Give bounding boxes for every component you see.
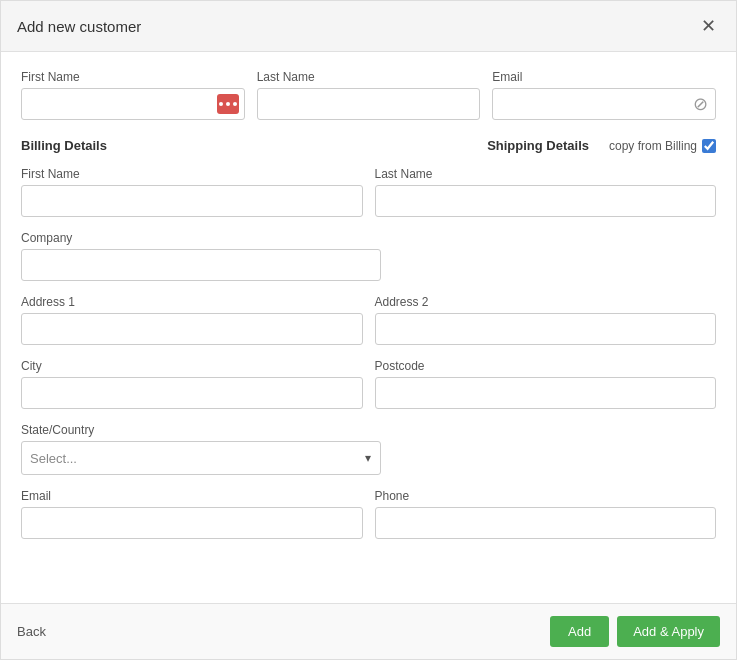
top-last-name-input[interactable]: [257, 88, 481, 120]
billing-postcode-input[interactable]: [375, 377, 717, 409]
top-first-name-input[interactable]: [21, 88, 245, 120]
billing-last-name-group: Last Name: [375, 167, 717, 217]
billing-first-name-group: First Name: [21, 167, 363, 217]
billing-phone-input[interactable]: [375, 507, 717, 539]
billing-city-label: City: [21, 359, 363, 373]
copy-billing-checkbox[interactable]: [702, 139, 716, 153]
billing-postcode-group: Postcode: [375, 359, 717, 409]
billing-address1-input[interactable]: [21, 313, 363, 345]
copy-from-billing-group: copy from Billing: [609, 139, 716, 153]
billing-section-label: Billing Details: [21, 138, 487, 153]
modal-header: Add new customer ✕: [1, 1, 736, 52]
top-email-input[interactable]: [492, 88, 716, 120]
billing-address-row: Address 1 Address 2: [21, 295, 716, 345]
billing-company-label: Company: [21, 231, 716, 245]
billing-email-phone-row: Email Phone: [21, 489, 716, 539]
billing-city-input[interactable]: [21, 377, 363, 409]
billing-address1-label: Address 1: [21, 295, 363, 309]
top-last-name-label: Last Name: [257, 70, 481, 84]
billing-state-country-label: State/Country: [21, 423, 716, 437]
billing-city-postcode-row: City Postcode: [21, 359, 716, 409]
top-first-name-group: First Name: [21, 70, 245, 120]
billing-last-name-input[interactable]: [375, 185, 717, 217]
close-button[interactable]: ✕: [697, 15, 720, 37]
billing-state-country-select-wrapper: Select... ▾: [21, 441, 381, 475]
billing-phone-group: Phone: [375, 489, 717, 539]
billing-city-group: City: [21, 359, 363, 409]
top-fields-row: First Name Last Name Email ⊘: [21, 70, 716, 120]
billing-name-row: First Name Last Name: [21, 167, 716, 217]
shipping-section-label: Shipping Details: [487, 138, 589, 153]
modal-title: Add new customer: [17, 18, 141, 35]
top-first-name-label: First Name: [21, 70, 245, 84]
billing-address2-input[interactable]: [375, 313, 717, 345]
billing-postcode-label: Postcode: [375, 359, 717, 373]
add-button[interactable]: Add: [550, 616, 609, 647]
copy-billing-label: copy from Billing: [609, 139, 697, 153]
billing-first-name-input[interactable]: [21, 185, 363, 217]
modal-body: First Name Last Name Email ⊘: [1, 52, 736, 603]
billing-address1-group: Address 1: [21, 295, 363, 345]
footer-action-buttons: Add Add & Apply: [550, 616, 720, 647]
top-email-label: Email: [492, 70, 716, 84]
billing-email-label: Email: [21, 489, 363, 503]
billing-last-name-label: Last Name: [375, 167, 717, 181]
billing-address2-label: Address 2: [375, 295, 717, 309]
billing-address2-group: Address 2: [375, 295, 717, 345]
top-first-name-input-wrapper: [21, 88, 245, 120]
billing-email-group: Email: [21, 489, 363, 539]
billing-email-input[interactable]: [21, 507, 363, 539]
top-email-group: Email ⊘: [492, 70, 716, 120]
back-button[interactable]: Back: [17, 624, 46, 639]
dots-icon: [217, 94, 239, 114]
add-customer-modal: Add new customer ✕ First Name Last Name …: [0, 0, 737, 660]
section-headers: Billing Details Shipping Details copy fr…: [21, 138, 716, 153]
clear-icon[interactable]: ⊘: [693, 93, 708, 115]
top-email-input-wrapper: ⊘: [492, 88, 716, 120]
billing-company-group: Company: [21, 231, 716, 281]
billing-company-input[interactable]: [21, 249, 381, 281]
modal-footer: Back Add Add & Apply: [1, 603, 736, 659]
billing-state-country-group: State/Country Select... ▾: [21, 423, 716, 475]
add-and-apply-button[interactable]: Add & Apply: [617, 616, 720, 647]
billing-phone-label: Phone: [375, 489, 717, 503]
top-last-name-group: Last Name: [257, 70, 481, 120]
billing-first-name-label: First Name: [21, 167, 363, 181]
billing-state-country-select[interactable]: Select...: [21, 441, 381, 475]
